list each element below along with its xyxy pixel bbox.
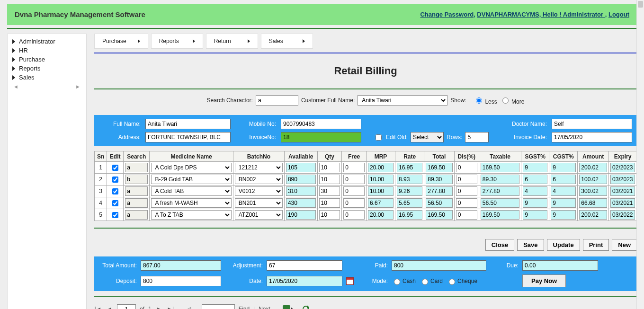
medicine-select[interactable]: A To Z TAB [151,210,231,220]
user-greeting-link[interactable]: DVNAPHARMACYMS, Hello ! Administrator [477,11,605,18]
window-scrollbar[interactable] [636,0,644,309]
expiry-input[interactable] [610,175,635,184]
adjustment-input[interactable] [267,260,342,271]
mrp-input[interactable] [368,186,394,196]
tab-purchase[interactable]: Purchase [94,34,148,49]
pay-now-button[interactable]: Pay Now [522,274,566,287]
search-input[interactable] [125,210,148,220]
total-input[interactable] [426,186,452,196]
tab-reports[interactable]: Reports [151,34,203,49]
sidebar-scroll-right-icon[interactable]: ► [75,84,80,89]
deposit-input[interactable] [141,276,221,286]
edit-checkbox[interactable] [112,200,118,206]
batch-select[interactable]: BN201 [235,198,283,208]
taxable-input[interactable] [481,198,519,208]
taxable-input[interactable] [481,186,519,196]
save-button[interactable]: Save [517,239,544,251]
qty-input[interactable] [319,198,340,208]
edit-checkbox[interactable] [112,212,118,218]
sidebar-item-administrator[interactable]: Administrator [11,37,82,46]
cgst-input[interactable] [551,163,576,172]
free-input[interactable] [343,186,365,196]
cgst-input[interactable] [551,186,576,196]
invoice-no-input[interactable] [281,132,361,142]
tab-sales[interactable]: Sales [261,34,313,49]
disc-input[interactable] [456,210,477,220]
address-input[interactable] [145,132,231,142]
disc-input[interactable] [456,163,477,172]
rows-input[interactable] [465,132,489,142]
search-input[interactable] [125,163,148,172]
cgst-input[interactable] [551,198,576,208]
sidebar-item-reports[interactable]: Reports [11,64,82,73]
search-char-input[interactable] [256,95,298,106]
total-input[interactable] [426,175,452,184]
amount-input[interactable] [579,175,607,184]
medicine-select[interactable]: B-29 Gold TAB [151,175,231,184]
pager-prev-icon[interactable]: ◄ [106,305,113,309]
rate-input[interactable] [397,163,422,172]
mode-cash-option[interactable]: Cash [392,277,416,285]
tab-return[interactable]: Return [206,34,258,49]
amount-input[interactable] [579,163,607,172]
search-input[interactable] [125,186,148,196]
mrp-input[interactable] [368,163,394,172]
change-password-link[interactable]: Change Password [420,11,474,18]
free-input[interactable] [343,198,365,208]
total-input[interactable] [426,210,452,220]
disc-input[interactable] [456,175,477,184]
pager-back-icon[interactable]: ◁ [185,305,192,309]
available-input[interactable] [286,175,316,184]
logout-link[interactable]: Logout [608,11,629,18]
available-input[interactable] [286,186,316,196]
taxable-input[interactable] [481,210,519,220]
batch-select[interactable]: 121212 [235,163,283,172]
edit-old-select[interactable]: Select [411,132,444,142]
available-input[interactable] [286,198,316,208]
mrp-input[interactable] [368,175,394,184]
export-icon[interactable] [283,305,290,309]
refresh-icon[interactable] [303,306,309,309]
sgst-input[interactable] [523,163,547,172]
mode-card-option[interactable]: Card [420,277,443,285]
pager-find-label[interactable]: Find [239,306,250,309]
rate-input[interactable] [397,186,422,196]
search-input[interactable] [125,175,148,184]
available-input[interactable] [286,210,316,220]
expiry-input[interactable] [610,186,635,196]
batch-select[interactable]: BN002 [235,175,283,184]
sidebar-item-hr[interactable]: HR [11,46,82,55]
new-button[interactable]: New [612,239,637,251]
total-amount-input[interactable] [141,260,221,271]
rate-input[interactable] [397,198,422,208]
sidebar-item-sales[interactable]: Sales [11,73,82,82]
amount-input[interactable] [579,186,607,196]
search-input[interactable] [125,198,148,208]
disc-input[interactable] [456,198,477,208]
edit-checkbox[interactable] [112,188,118,194]
sgst-input[interactable] [523,175,547,184]
taxable-input[interactable] [481,175,519,184]
expiry-input[interactable] [610,163,635,172]
rate-input[interactable] [397,210,422,220]
expiry-input[interactable] [610,198,635,208]
amount-input[interactable] [579,198,607,208]
pager-last-icon[interactable]: ►| [167,305,174,309]
pay-date-input[interactable] [267,276,342,286]
edit-checkbox[interactable] [112,177,118,183]
sgst-input[interactable] [523,210,547,220]
mrp-input[interactable] [368,198,394,208]
close-button[interactable]: Close [485,239,514,251]
free-input[interactable] [343,175,365,184]
qty-input[interactable] [319,186,340,196]
rate-input[interactable] [397,175,422,184]
edit-checkbox[interactable] [112,165,118,171]
taxable-input[interactable] [481,163,519,172]
scroll-thumb[interactable] [638,1,643,8]
qty-input[interactable] [319,175,340,184]
mobile-input[interactable] [281,119,361,129]
qty-input[interactable] [319,163,340,172]
total-input[interactable] [426,198,452,208]
available-input[interactable] [286,163,316,172]
pager-first-icon[interactable]: |◄ [94,305,102,309]
